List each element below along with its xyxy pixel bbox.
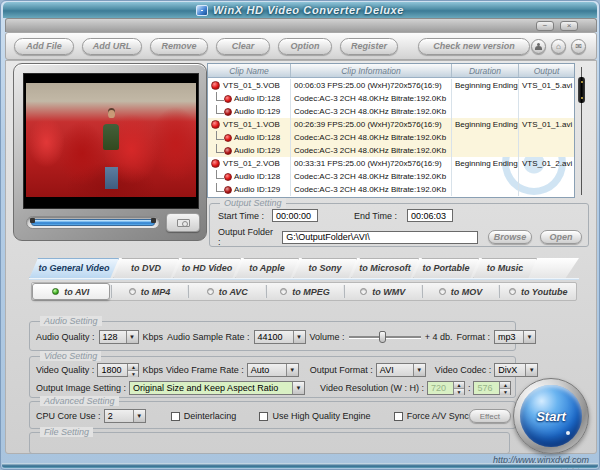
add-file-button[interactable]: Add File bbox=[14, 38, 74, 55]
tab-sony[interactable]: to Sony bbox=[293, 258, 357, 279]
resolution-width-spinner[interactable]: 720 ▲▼ bbox=[427, 381, 465, 395]
spin-down-icon[interactable]: ▼ bbox=[454, 389, 464, 395]
clip-row[interactable]: VTS_01_1.VOB 00:26:39 FPS:25.00 (WxH)720… bbox=[208, 118, 574, 131]
group-label: Video Setting bbox=[40, 351, 101, 361]
video-quality-spinner[interactable]: 1800 ▲▼ bbox=[97, 363, 139, 377]
seek-bar[interactable] bbox=[26, 216, 160, 229]
audio-info: Codec:AC-3 2CH 48.0KHz Bitrate:192.0Kb bbox=[291, 183, 452, 196]
clip-list-scrollbar[interactable] bbox=[578, 67, 585, 195]
option-button[interactable]: Option bbox=[278, 38, 332, 55]
effect-button[interactable]: Effect bbox=[469, 409, 511, 423]
output-format-select[interactable]: AVI ▼ bbox=[376, 363, 426, 377]
tab-music[interactable]: to Music bbox=[473, 258, 537, 279]
window-title: WinX HD Video Converter Deluxe bbox=[213, 4, 404, 16]
audio-track-row[interactable]: Audio ID:128 Codec:AC-3 2CH 48.0KHz Bitr… bbox=[208, 170, 574, 183]
audio-track-row[interactable]: Audio ID:128 Codec:AC-3 2CH 48.0KHz Bitr… bbox=[208, 131, 574, 144]
end-time-label: End Time : bbox=[354, 211, 397, 221]
clip-duration[interactable]: Beginning Ending bbox=[452, 157, 519, 170]
check-new-version-button[interactable]: Check new version bbox=[418, 38, 530, 55]
chevron-down-icon[interactable]: ▼ bbox=[292, 382, 304, 394]
audio-track-row[interactable]: Audio ID:129 Codec:AC-3 2CH 48.0KHz Bitr… bbox=[208, 183, 574, 196]
register-button[interactable]: Register bbox=[340, 38, 398, 55]
frame-rate-select[interactable]: Auto ▼ bbox=[247, 363, 299, 377]
open-button[interactable]: Open bbox=[540, 230, 582, 244]
chevron-down-icon[interactable]: ▼ bbox=[286, 364, 298, 376]
add-url-button[interactable]: Add URL bbox=[82, 38, 142, 55]
format-to-avc[interactable]: to AVC bbox=[189, 283, 265, 300]
spin-down-icon[interactable]: ▼ bbox=[128, 371, 138, 377]
force-av-sync-checkbox[interactable] bbox=[394, 412, 403, 421]
spin-up-icon[interactable]: ▲ bbox=[500, 382, 510, 389]
seek-handle-start[interactable] bbox=[30, 218, 35, 223]
browse-button[interactable]: Browse bbox=[488, 230, 532, 244]
audio-track-row[interactable]: Audio ID:129 Codec:AC-3 2CH 48.0KHz Bitr… bbox=[208, 105, 574, 118]
start-button[interactable]: Start bbox=[513, 378, 589, 454]
chevron-down-icon[interactable]: ▼ bbox=[126, 331, 138, 343]
column-clip-name[interactable]: Clip Name bbox=[208, 64, 291, 77]
figure-torso bbox=[103, 124, 119, 150]
video-screen[interactable] bbox=[23, 73, 199, 209]
tab-apple[interactable]: to Apple bbox=[235, 258, 299, 279]
audio-track-row[interactable]: Audio ID:129 Codec:AC-3 2CH 48.0KHz Bitr… bbox=[208, 144, 574, 157]
end-time-field[interactable]: 00:06:03 bbox=[407, 209, 453, 222]
image-setting-label: Output Image Setting : bbox=[36, 383, 126, 393]
high-quality-engine-checkbox[interactable] bbox=[259, 412, 268, 421]
chevron-down-icon[interactable]: ▼ bbox=[523, 331, 535, 343]
format-to-wmv[interactable]: to WMV bbox=[345, 283, 421, 300]
mail-icon[interactable]: ✉ bbox=[571, 39, 586, 54]
minimize-button[interactable]: − bbox=[536, 21, 554, 31]
video-codec-select[interactable]: DivX ▼ bbox=[494, 363, 538, 377]
tree-branch bbox=[216, 92, 224, 101]
seek-handle-end[interactable] bbox=[151, 218, 156, 223]
audio-icon bbox=[224, 173, 232, 181]
clip-output: VTS_01_2.avi bbox=[519, 157, 574, 170]
sample-rate-select[interactable]: 44100 ▼ bbox=[254, 330, 306, 344]
chevron-down-icon[interactable]: ▼ bbox=[525, 364, 537, 376]
volume-slider[interactable] bbox=[349, 331, 421, 343]
chevron-down-icon[interactable]: ▼ bbox=[293, 331, 305, 343]
audio-track-row[interactable]: Audio ID:128 Codec:AC-3 2CH 48.0KHz Bitr… bbox=[208, 92, 574, 105]
close-button[interactable]: × bbox=[560, 21, 578, 31]
format-to-youtube[interactable]: to Youtube bbox=[500, 283, 576, 300]
radio-icon bbox=[280, 288, 287, 295]
spin-up-icon[interactable]: ▲ bbox=[454, 382, 464, 389]
tab-dvd[interactable]: to DVD bbox=[113, 258, 179, 279]
title-bar[interactable]: WinX HD Video Converter Deluxe bbox=[3, 2, 597, 18]
user-icon[interactable] bbox=[531, 39, 546, 54]
output-folder-field[interactable]: G:\OutputFolder\AVI\ bbox=[282, 231, 478, 244]
remove-button[interactable]: Remove bbox=[150, 38, 208, 55]
start-time-field[interactable]: 00:00:00 bbox=[272, 209, 318, 222]
chevron-down-icon[interactable]: ▼ bbox=[133, 410, 145, 422]
spin-down-icon[interactable]: ▼ bbox=[500, 389, 510, 395]
clip-row[interactable]: VTS_01_2.VOB 00:33:31 FPS:25.00 (WxH)720… bbox=[208, 157, 574, 170]
spin-up-icon[interactable]: ▲ bbox=[128, 364, 138, 371]
column-clip-information[interactable]: Clip Information bbox=[291, 64, 452, 77]
format-to-mp4[interactable]: to MP4 bbox=[112, 283, 188, 300]
audio-quality-select[interactable]: 128 ▼ bbox=[99, 330, 139, 344]
clip-duration[interactable]: Beginning Ending bbox=[452, 118, 519, 131]
tab-microsoft[interactable]: to Microsoft bbox=[351, 258, 419, 279]
clear-button[interactable]: Clear bbox=[216, 38, 270, 55]
figure-head bbox=[108, 110, 115, 118]
column-output[interactable]: Output bbox=[519, 64, 574, 77]
snapshot-button[interactable] bbox=[166, 213, 200, 232]
resolution-height-spinner[interactable]: 576 ▲▼ bbox=[473, 381, 511, 395]
scrollbar-thumb[interactable] bbox=[578, 77, 585, 103]
audio-format-select[interactable]: mp3 ▼ bbox=[494, 330, 536, 344]
column-duration[interactable]: Duration bbox=[452, 64, 519, 77]
cpu-core-select[interactable]: 2 ▼ bbox=[104, 409, 146, 423]
deinterlacing-checkbox[interactable] bbox=[171, 412, 180, 421]
tab-general-video[interactable]: to General Video bbox=[29, 258, 119, 279]
tab-hd-video[interactable]: to HD Video bbox=[173, 258, 241, 279]
audio-icon bbox=[224, 147, 232, 155]
volume-slider-thumb[interactable] bbox=[379, 331, 386, 343]
format-to-mpeg[interactable]: to MPEG bbox=[267, 283, 343, 300]
format-to-mov[interactable]: to MOV bbox=[423, 283, 499, 300]
tab-portable[interactable]: to Portable bbox=[413, 258, 479, 279]
clip-row[interactable]: VTS_01_5.VOB 00:06:03 FPS:25.00 (WxH)720… bbox=[208, 79, 574, 92]
home-icon[interactable]: ⌂ bbox=[551, 39, 566, 54]
clip-duration[interactable]: Beginning Ending bbox=[452, 79, 519, 92]
image-setting-select[interactable]: Original Size and Keep Aspect Ratio ▼ bbox=[129, 381, 305, 395]
chevron-down-icon[interactable]: ▼ bbox=[413, 364, 425, 376]
format-to-avi[interactable]: to AVI bbox=[32, 283, 110, 300]
